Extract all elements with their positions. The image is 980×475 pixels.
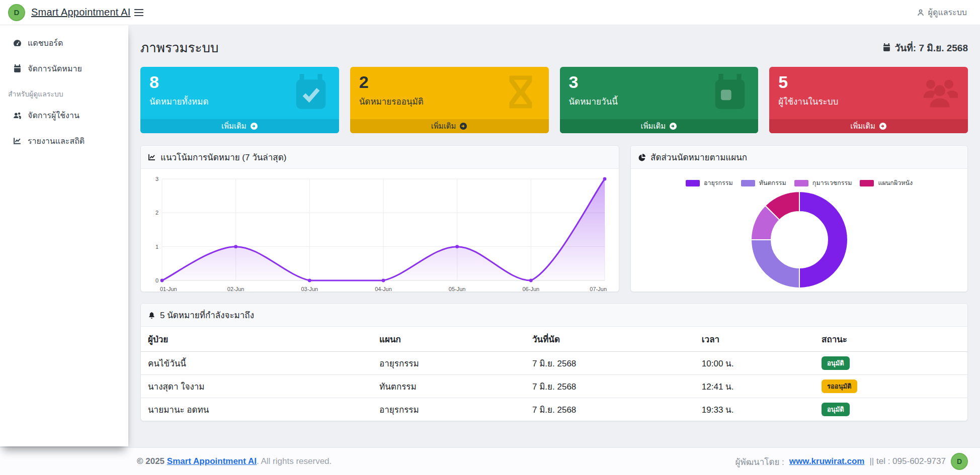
user-label: ผู้ดูแลระบบ <box>928 6 967 19</box>
legend-item: ทันตกรรม <box>741 178 786 188</box>
line-chart-panel: แนวโน้มการนัดหมาย (7 วันล่าสุด) 012301-J… <box>140 145 619 292</box>
sidebar-section-label: สำหรับผู้ดูแลระบบ <box>0 81 128 103</box>
arrow-circle-right-icon <box>459 122 467 130</box>
svg-text:06-Jun: 06-Jun <box>523 286 540 292</box>
legend-item: กุมารเวชกรรม <box>794 178 852 188</box>
svg-text:05-Jun: 05-Jun <box>449 286 466 292</box>
legend-swatch <box>794 180 808 186</box>
bell-icon <box>148 311 155 319</box>
stat-cards: 8 นัดหมายทั้งหมด เพิ่มเติม 2 นัดหมายรออน… <box>140 67 968 133</box>
svg-text:3: 3 <box>155 176 158 182</box>
legend-item: แผนกผิวหนัง <box>860 178 913 188</box>
developer-link[interactable]: www.kruwirat.com <box>789 456 865 466</box>
calendar-icon <box>13 64 22 73</box>
sidebar: แดชบอร์ด จัดการนัดหมาย สำหรับผู้ดูแลระบบ… <box>0 25 128 446</box>
svg-text:1: 1 <box>155 244 158 250</box>
sidebar-item-reports[interactable]: รายงานและสถิติ <box>0 128 128 154</box>
person-icon <box>917 9 925 17</box>
chart-line-icon <box>13 137 22 145</box>
donut-legend: อายุรกรรม ทันตกรรม กุมารเวชกรรม แผนกผิวห… <box>638 172 960 188</box>
appointments-table: ผู้ป่วย แผนก วันที่นัด เวลา สถานะ คนไข้ว… <box>141 327 967 421</box>
donut-chart-panel: สัดส่วนนัดหมายตามแผนก อายุรกรรม ทันตกรรม… <box>630 145 968 292</box>
table-row: นายมานะ อดทน อายุรกรรม 7 มิ.ย. 2568 19:3… <box>141 398 967 421</box>
col-header-department: แผนก <box>372 327 525 352</box>
line-chart: 012301-Jun02-Jun03-Jun04-Jun05-Jun06-Jun… <box>148 172 611 292</box>
sidebar-item-label: จัดการผู้ใช้งาน <box>28 109 79 122</box>
users-gear-icon <box>13 111 22 120</box>
status-badge: อนุมัติ <box>822 403 850 416</box>
legend-swatch <box>686 180 700 186</box>
svg-text:03-Jun: 03-Jun <box>301 286 318 292</box>
footer-developer: ผู้พัฒนาโดย : www.kruwirat.com || tel : … <box>736 453 968 470</box>
page-footer: © 2025 Smart Appointment AI. All rights … <box>0 447 980 475</box>
calendar-check-icon <box>293 74 329 110</box>
sidebar-toggle-icon[interactable] <box>134 7 147 18</box>
legend-swatch <box>860 180 874 186</box>
footer-brand-link[interactable]: Smart Appointment AI <box>167 456 257 466</box>
upcoming-appointments-panel: 5 นัดหมายที่กำลังจะมาถึง ผู้ป่วย แผนก วั… <box>140 303 968 421</box>
svg-text:2: 2 <box>155 210 158 216</box>
col-header-date: วันที่นัด <box>525 327 695 352</box>
sidebar-item-label: จัดการนัดหมาย <box>28 62 82 75</box>
status-badge: รออนุมัติ <box>822 379 857 393</box>
col-header-time: เวลา <box>695 327 814 352</box>
chart-line-icon <box>148 153 156 161</box>
calendar-icon <box>882 43 891 52</box>
arrow-circle-right-icon <box>879 122 887 130</box>
stat-card-pending-appointments: 2 นัดหมายรออนุมัติ เพิ่มเติม <box>350 67 549 133</box>
svg-text:02-Jun: 02-Jun <box>227 286 244 292</box>
table-title: 5 นัดหมายที่กำลังจะมาถึง <box>160 308 254 322</box>
line-chart-title: แนวโน้มการนัดหมาย (7 วันล่าสุด) <box>160 150 286 164</box>
table-row: คนไข้วันนี้ อายุรกรรม 7 มิ.ย. 2568 10:00… <box>141 352 967 375</box>
more-link-users[interactable]: เพิ่มเติม <box>769 119 968 133</box>
brand: D Smart Appointment AI <box>0 4 128 21</box>
sidebar-item-appointments[interactable]: จัดการนัดหมาย <box>0 56 128 81</box>
stat-card-system-users: 5 ผู้ใช้งานในระบบ เพิ่มเติม <box>769 67 968 133</box>
more-link-pending[interactable]: เพิ่มเติม <box>350 119 549 133</box>
svg-text:04-Jun: 04-Jun <box>375 286 392 292</box>
legend-item: อายุรกรรม <box>686 178 733 188</box>
svg-text:07-Jun: 07-Jun <box>590 286 607 292</box>
more-link-total[interactable]: เพิ่มเติม <box>140 119 339 133</box>
page-title: ภาพรวมระบบ <box>140 37 219 58</box>
footer-logo-icon: D <box>951 453 968 470</box>
stat-card-today-appointments: 3 นัดหมายวันนี้ เพิ่มเติม <box>560 67 759 133</box>
legend-swatch <box>741 180 755 186</box>
pie-chart-icon <box>638 153 646 161</box>
arrow-circle-right-icon <box>250 122 258 130</box>
sidebar-item-label: แดชบอร์ด <box>28 37 63 49</box>
col-header-patient: ผู้ป่วย <box>141 327 372 352</box>
arrow-circle-right-icon <box>669 122 677 130</box>
date-label: วันที่: 7 มิ.ย. 2568 <box>882 40 968 55</box>
table-row: นางสุดา ใจงาม ทันตกรรม 7 มิ.ย. 2568 12:4… <box>141 375 967 398</box>
footer-copyright: © 2025 Smart Appointment AI. All rights … <box>137 456 332 466</box>
more-link-today[interactable]: เพิ่มเติม <box>560 119 759 133</box>
calendar-day-icon <box>712 74 748 110</box>
status-badge: อนุมัติ <box>822 356 850 370</box>
tachometer-icon <box>13 39 22 47</box>
users-icon <box>922 74 958 110</box>
user-menu[interactable]: ผู้ดูแลระบบ <box>917 6 980 19</box>
hourglass-icon <box>503 74 539 110</box>
svg-text:0: 0 <box>155 277 158 283</box>
brand-logo-icon: D <box>8 4 25 21</box>
donut-chart-title: สัดส่วนนัดหมายตามแผนก <box>650 150 747 164</box>
sidebar-item-label: รายงานและสถิติ <box>28 135 85 147</box>
stat-card-total-appointments: 8 นัดหมายทั้งหมด เพิ่มเติม <box>140 67 339 133</box>
sidebar-item-dashboard[interactable]: แดชบอร์ด <box>0 30 128 56</box>
svg-text:01-Jun: 01-Jun <box>160 286 177 292</box>
sidebar-item-users[interactable]: จัดการผู้ใช้งาน <box>0 103 128 128</box>
brand-link[interactable]: Smart Appointment AI <box>31 7 130 18</box>
donut-chart <box>747 188 852 292</box>
topbar: D Smart Appointment AI ผู้ดูแลระบบ <box>0 0 980 25</box>
col-header-status: สถานะ <box>814 327 967 352</box>
